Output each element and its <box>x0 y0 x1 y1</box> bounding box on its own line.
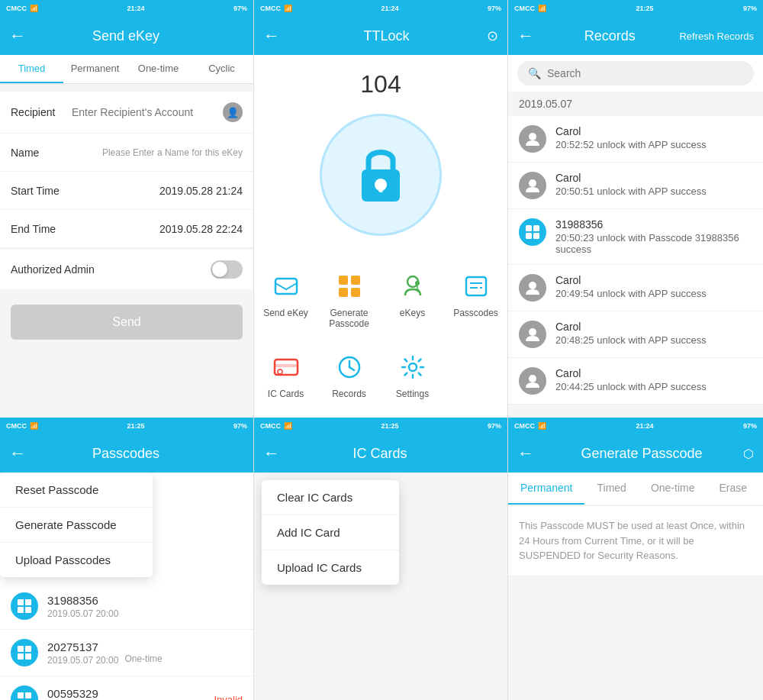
header-ttlock: ← TTLock ⊙ <box>254 17 507 55</box>
settings-icon-2[interactable]: ⊙ <box>487 27 498 44</box>
menu-records[interactable]: Records <box>317 340 381 410</box>
time-6: 21:24 <box>636 422 653 430</box>
search-input[interactable] <box>547 67 743 79</box>
add-ic-card-item[interactable]: Add IC Card <box>262 515 399 550</box>
back-button-5[interactable]: ← <box>263 440 286 466</box>
form-section: Recipient 👤 Name Please Enter a Name for… <box>0 92 253 248</box>
recipient-input[interactable] <box>72 106 218 118</box>
carrier-1: CMCC <box>6 5 27 12</box>
record-info-5: Carol 20:44:25 unlock with APP success <box>555 367 752 392</box>
record-item-0: Carol 20:52:52 unlock with APP success <box>508 116 763 163</box>
record-detail-3: 20:49:54 unlock with APP success <box>555 288 752 299</box>
gen-tab-one-time[interactable]: One-time <box>639 473 707 505</box>
tab-permanent[interactable]: Permanent <box>63 55 127 83</box>
svg-rect-4 <box>339 276 348 285</box>
authorized-toggle[interactable] <box>211 260 243 279</box>
back-button-3[interactable]: ← <box>517 23 540 49</box>
gen-tab-erase[interactable]: Erase <box>707 473 759 505</box>
gen-notice: This Passcode MUST be used at least Once… <box>508 506 763 576</box>
recipient-row: Recipient 👤 <box>0 92 253 134</box>
svg-rect-38 <box>18 692 24 698</box>
name-label: Name <box>11 147 72 159</box>
menu-ekeys[interactable]: eKeys <box>381 259 444 340</box>
send-button[interactable]: Send <box>11 305 243 340</box>
svg-point-29 <box>529 375 536 382</box>
lock-circle <box>320 114 442 236</box>
clear-ic-cards-item[interactable]: Clear IC Cards <box>262 480 399 515</box>
menu-ic-cards-label: IC Cards <box>268 389 304 399</box>
recipient-label: Recipient <box>11 106 72 118</box>
carrier-3: CMCC <box>514 5 535 12</box>
svg-line-19 <box>349 367 354 370</box>
svg-rect-32 <box>18 607 24 613</box>
records-list: 2019.05.07 Carol 20:52:52 unlock with AP… <box>508 92 763 418</box>
passcode-invalid-2: Invalid <box>214 694 243 701</box>
back-button-1[interactable]: ← <box>9 23 32 49</box>
tab-one-time[interactable]: One-time <box>127 55 190 83</box>
menu-send-ekey-label: Send eKey <box>263 308 308 318</box>
battery-2: 97% <box>488 5 501 12</box>
passcode-icon-2 <box>11 685 38 700</box>
record-name-5: Carol <box>555 367 752 379</box>
svg-point-21 <box>529 133 536 140</box>
svg-rect-15 <box>275 364 298 367</box>
ic-cards-body: Clear IC Cards Add IC Card Upload IC Car… <box>254 473 507 700</box>
search-bar: 🔍 <box>508 55 763 92</box>
svg-point-16 <box>278 369 282 374</box>
generate-passcode-icon <box>336 273 363 300</box>
svg-rect-25 <box>526 233 532 239</box>
passcode-date-0: 2019.05.07 20:00 <box>47 608 243 619</box>
passcode-info-0: 31988356 2019.05.07 20:00 <box>47 594 243 619</box>
svg-rect-26 <box>533 233 539 239</box>
battery-1: 97% <box>233 5 247 12</box>
upload-passcodes-item[interactable]: Upload Passcodes <box>0 543 153 577</box>
share-icon[interactable]: ⬡ <box>743 447 754 461</box>
back-button-6[interactable]: ← <box>517 440 540 466</box>
header-passcodes: ← Passcodes <box>0 434 253 473</box>
screen-title-2: TTLock <box>286 28 487 44</box>
menu-generate-passcode[interactable]: Generate Passcode <box>317 259 381 340</box>
battery-4: 97% <box>233 422 247 430</box>
search-icon: 🔍 <box>528 67 541 79</box>
upload-ic-cards-item[interactable]: Upload IC Cards <box>262 550 399 585</box>
status-bar-6: CMCC 📶 21:24 97% <box>508 418 763 434</box>
gen-tab-permanent[interactable]: Permanent <box>508 473 584 505</box>
authorized-label: Authorized Admin <box>11 263 211 276</box>
records-date-header: 2019.05.07 <box>508 92 763 116</box>
screen-ic-cards: CMCC 📶 21:25 97% ← IC Cards Clear IC Car… <box>254 418 508 700</box>
start-time-row: Start Time 2019.05.28 21:24 <box>0 172 253 210</box>
screen-title-5: IC Cards <box>286 446 474 462</box>
svg-rect-24 <box>533 225 539 231</box>
record-name-3: Carol <box>555 274 752 286</box>
passcode-item-1: 20275137 2019.05.07 20:00 One-time <box>0 630 253 676</box>
end-label: End Time <box>11 223 72 235</box>
menu-settings[interactable]: Settings <box>381 340 444 410</box>
name-row: Name Please Enter a Name for this eKey <box>0 134 253 172</box>
tab-cyclic[interactable]: Cyclic <box>190 55 253 83</box>
refresh-records-button[interactable]: Refresh Records <box>679 31 754 42</box>
back-button-2[interactable]: ← <box>263 23 286 49</box>
passcode-code-1: 20275137 <box>47 640 243 653</box>
svg-point-27 <box>529 282 536 289</box>
passcode-icon-0 <box>11 592 38 620</box>
gen-tab-timed[interactable]: Timed <box>584 473 638 505</box>
menu-grid: Send eKey Generate Passcode <box>254 251 507 418</box>
record-item-1: Carol 20:50:51 unlock with APP success <box>508 163 763 209</box>
empty-space-1 <box>0 355 253 418</box>
passcode-date-1: 2019.05.07 20:00 <box>47 655 118 666</box>
reset-passcode-item[interactable]: Reset Passcode <box>0 473 153 508</box>
menu-send-ekey[interactable]: Send eKey <box>254 259 317 340</box>
menu-ic-cards[interactable]: IC Cards <box>254 340 317 410</box>
svg-rect-30 <box>18 599 24 605</box>
generate-passcode-item[interactable]: Generate Passcode <box>0 508 153 543</box>
tabs-row-1: Timed Permanent One-time Cyclic <box>0 55 253 84</box>
tab-timed[interactable]: Timed <box>0 55 63 83</box>
header-ic-cards: ← IC Cards <box>254 434 507 473</box>
record-info-1: Carol 20:50:51 unlock with APP success <box>555 172 752 197</box>
screen-title-6: Generate Passcode <box>540 446 743 462</box>
svg-point-22 <box>529 179 536 187</box>
menu-passcodes[interactable]: Passcodes <box>444 259 507 340</box>
wifi-icon-6: 📶 <box>538 422 546 430</box>
back-button-4[interactable]: ← <box>9 440 32 466</box>
svg-rect-36 <box>18 653 24 660</box>
